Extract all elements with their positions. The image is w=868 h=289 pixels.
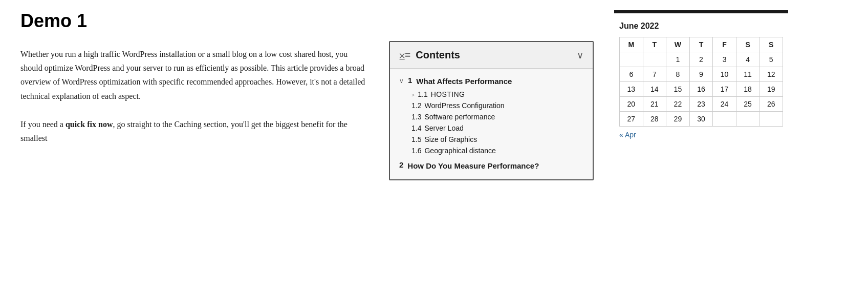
toc-sublabel-1-5: Size of Graphics bbox=[424, 135, 477, 143]
cal-cell: 5 bbox=[760, 52, 783, 67]
cal-cell: 2 bbox=[689, 52, 713, 67]
toc-item-1: ∨ 1 What Affects Performance > 1.1 HOSTI… bbox=[399, 75, 583, 156]
cal-th-m: M bbox=[620, 37, 643, 52]
quick-fix-paragraph: If you need a quick fix now, go straight… bbox=[20, 117, 368, 145]
quick-fix-bold: quick fix now bbox=[66, 120, 113, 129]
toc-item-1-num: 1 bbox=[408, 76, 412, 85]
cal-th-t2: T bbox=[689, 37, 713, 52]
toc-sublist-1: > 1.1 HOSTING 1.2 WordPress Configuratio… bbox=[399, 89, 583, 156]
calendar-month-label: June 2022 bbox=[619, 22, 783, 31]
page-wrapper: Demo 1 Whether you run a high traffic Wo… bbox=[0, 0, 868, 289]
cal-cell: 28 bbox=[643, 112, 666, 127]
cal-cell bbox=[643, 52, 666, 67]
toc-sublabel-1-1: HOSTING bbox=[431, 90, 465, 98]
cal-cell: 29 bbox=[666, 112, 690, 127]
cal-th-f: F bbox=[713, 37, 736, 52]
toc-subnum-1-6: 1.6 bbox=[411, 147, 421, 155]
cal-cell: 24 bbox=[713, 97, 736, 112]
cal-th-s2: S bbox=[760, 37, 783, 52]
cal-cell: 3 bbox=[713, 52, 736, 67]
intro-paragraph: Whether you run a high traffic WordPress… bbox=[20, 47, 368, 103]
toc-hosting-chevron: > bbox=[411, 92, 415, 98]
toc-subnum-1-2: 1.2 bbox=[411, 101, 421, 110]
toc-subitem-1-4: 1.4 Server Load bbox=[411, 122, 583, 134]
calendar-row-1: 1 2 3 4 5 bbox=[620, 52, 783, 67]
cal-cell: 19 bbox=[760, 82, 783, 97]
toc-item-1-chevron: ∨ bbox=[399, 77, 404, 85]
toc-subnum-1-3: 1.3 bbox=[411, 113, 421, 121]
toc-sublabel-1-3: Software performance bbox=[424, 113, 495, 121]
cal-cell: 16 bbox=[689, 82, 713, 97]
cal-cell: 10 bbox=[713, 67, 736, 82]
cal-cell: 14 bbox=[643, 82, 666, 97]
calendar-row-3: 13 14 15 16 17 18 19 bbox=[620, 82, 783, 97]
page-title: Demo 1 bbox=[20, 10, 368, 32]
cal-cell: 9 bbox=[689, 67, 713, 82]
toc-item-2-num: 2 bbox=[399, 160, 403, 169]
cal-cell: 12 bbox=[760, 67, 783, 82]
calendar-table: M T W T F S S 1 2 3 bbox=[619, 37, 783, 127]
cal-cell: 6 bbox=[620, 67, 643, 82]
toc-subitem-1-1: > 1.1 HOSTING bbox=[411, 89, 583, 100]
toc-toggle-button[interactable]: ∨ bbox=[577, 50, 583, 61]
cal-cell: 21 bbox=[643, 97, 666, 112]
calendar-header-row: M T W T F S S bbox=[620, 37, 783, 52]
toc-subitem-1-5: 1.5 Size of Graphics bbox=[411, 134, 583, 145]
cal-cell bbox=[760, 112, 783, 127]
calendar-nav: « Apr bbox=[619, 131, 783, 139]
cal-th-s1: S bbox=[736, 37, 760, 52]
cal-cell: 1 bbox=[666, 52, 690, 67]
toc-item-2-row[interactable]: 2 How Do You Measure Performance? bbox=[399, 158, 583, 172]
sidebar-top-bar bbox=[614, 10, 788, 13]
cal-cell: 18 bbox=[736, 82, 760, 97]
cal-cell: 30 bbox=[689, 112, 713, 127]
cal-cell: 8 bbox=[666, 67, 690, 82]
toc-body: ∨ 1 What Affects Performance > 1.1 HOSTI… bbox=[390, 69, 593, 179]
cal-cell bbox=[713, 112, 736, 127]
toc-wrapper: ⨱≡ Contents ∨ ∨ 1 What Affects Performan… bbox=[389, 41, 594, 279]
toc-list-icon: ⨱≡ bbox=[399, 49, 410, 61]
toc-item-2-label: How Do You Measure Performance? bbox=[407, 160, 539, 171]
toc-subitem-1-2: 1.2 WordPress Configuration bbox=[411, 100, 583, 111]
toc-item-1-label: What Affects Performance bbox=[416, 76, 512, 87]
toc-subitem-1-3: 1.3 Software performance bbox=[411, 111, 583, 122]
toc-title: Contents bbox=[416, 49, 460, 61]
cal-cell bbox=[620, 52, 643, 67]
cal-cell: 22 bbox=[666, 97, 690, 112]
toc-sublabel-1-2: WordPress Configuration bbox=[424, 101, 504, 110]
cal-cell: 20 bbox=[620, 97, 643, 112]
toc-subnum-1-1: 1.1 bbox=[418, 90, 427, 98]
cal-cell: 7 bbox=[643, 67, 666, 82]
calendar-prev-link[interactable]: « Apr bbox=[619, 131, 636, 139]
toc-item-2: 2 How Do You Measure Performance? bbox=[399, 158, 583, 172]
cal-cell: 26 bbox=[760, 97, 783, 112]
toc-subitem-1-6: 1.6 Geographical distance bbox=[411, 145, 583, 156]
cal-cell: 4 bbox=[736, 52, 760, 67]
cal-cell: 11 bbox=[736, 67, 760, 82]
quick-fix-prefix: If you need a bbox=[20, 120, 66, 129]
cal-th-t1: T bbox=[643, 37, 666, 52]
cal-cell: 27 bbox=[620, 112, 643, 127]
right-sidebar: June 2022 M T W T F S S bbox=[614, 10, 788, 279]
toc-subnum-1-5: 1.5 bbox=[411, 135, 421, 143]
toc-box: ⨱≡ Contents ∨ ∨ 1 What Affects Performan… bbox=[389, 41, 594, 180]
toc-item-1-row[interactable]: ∨ 1 What Affects Performance bbox=[399, 75, 583, 88]
calendar-row-4: 20 21 22 23 24 25 26 bbox=[620, 97, 783, 112]
toc-header: ⨱≡ Contents ∨ bbox=[390, 42, 593, 69]
toc-list: ∨ 1 What Affects Performance > 1.1 HOSTI… bbox=[399, 75, 583, 172]
toc-title-group: ⨱≡ Contents bbox=[399, 49, 460, 61]
toc-sublabel-1-4: Server Load bbox=[424, 124, 463, 132]
cal-cell: 25 bbox=[736, 97, 760, 112]
cal-cell: 17 bbox=[713, 82, 736, 97]
cal-th-w: W bbox=[666, 37, 690, 52]
cal-cell: 13 bbox=[620, 82, 643, 97]
toc-sublabel-1-6: Geographical distance bbox=[424, 147, 495, 155]
cal-cell: 15 bbox=[666, 82, 690, 97]
cal-cell: 23 bbox=[689, 97, 713, 112]
main-content: Demo 1 Whether you run a high traffic Wo… bbox=[20, 10, 368, 279]
toc-subnum-1-4: 1.4 bbox=[411, 124, 421, 132]
calendar-row-2: 6 7 8 9 10 11 12 bbox=[620, 67, 783, 82]
calendar-row-5: 27 28 29 30 bbox=[620, 112, 783, 127]
calendar-section: June 2022 M T W T F S S bbox=[614, 22, 788, 139]
cal-cell bbox=[736, 112, 760, 127]
